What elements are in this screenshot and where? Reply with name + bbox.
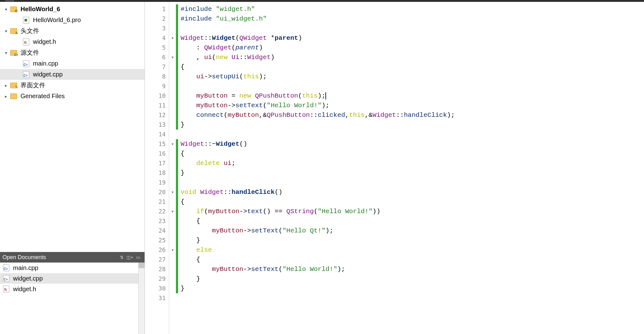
project-tree-item[interactable]: widget.cpp [0,69,145,80]
line-number[interactable]: 20 [145,187,169,197]
line-number[interactable]: 15 [145,139,169,149]
code-line[interactable]: Widget::Widget(QWidget *parent) [181,33,644,43]
line-number[interactable]: 22 [145,207,169,216]
code-line[interactable]: { [181,149,644,158]
sort-icon[interactable]: ⇅ [118,254,126,261]
fold-toggle-icon[interactable]: ▾ [169,53,176,62]
expand-toggle-icon[interactable]: ▸ [2,83,10,88]
code-line[interactable]: myButton->setText("Hello World!"); [181,101,644,110]
project-tree-item[interactable]: main.cpp [0,58,145,69]
line-number[interactable]: 5 [145,43,169,53]
expand-toggle-icon[interactable]: ▸ [2,94,10,99]
project-tree-item[interactable]: ▸界面文件 [0,80,145,91]
code-line[interactable] [181,293,644,303]
code-token: ( [298,92,302,99]
line-number[interactable]: 14 [145,130,169,139]
line-number[interactable]: 10 [145,91,169,101]
fold-toggle-icon[interactable]: ▾ [169,139,176,149]
project-tree-item[interactable]: HelloWorld_6.pro [0,15,145,25]
code-line[interactable]: myButton = new QPushButton(this); [181,91,644,101]
code-line[interactable] [181,81,644,91]
code-token: new [239,92,251,99]
code-line[interactable] [181,24,644,33]
open-documents-list[interactable]: main.cppwidget.cppwidget.h [0,263,145,334]
line-number[interactable]: 6 [145,53,169,62]
fold-column[interactable]: ▾▾▾▾▾▾ [169,2,176,334]
line-number[interactable]: 31 [145,293,169,303]
code-editor[interactable]: 1234567891011121314151617181920212223242… [145,2,644,334]
line-number[interactable]: 25 [145,236,169,245]
code-line[interactable]: if(myButton->text() == QString("Hello Wo… [181,207,644,216]
fold-toggle-icon[interactable]: ▾ [169,207,176,216]
code-line[interactable]: #include "ui_widget.h" [181,14,644,24]
line-number[interactable]: 18 [145,168,169,178]
expand-toggle-icon[interactable]: ▾ [2,50,10,55]
code-area[interactable]: #include "widget.h"#include "ui_widget.h… [178,2,644,334]
open-document-item[interactable]: widget.cpp [0,273,145,284]
line-number-gutter[interactable]: 1234567891011121314151617181920212223242… [145,2,169,334]
project-tree[interactable]: ▾HelloWorld_6HelloWorld_6.pro▾头文件widget.… [0,2,145,252]
line-number[interactable]: 16 [145,149,169,158]
line-number[interactable]: 21 [145,197,169,207]
code-line[interactable]: { [181,216,644,226]
expand-toggle-icon[interactable]: ▾ [2,7,10,12]
code-line[interactable]: } [181,168,644,178]
code-line[interactable] [181,178,644,187]
fold-toggle-icon[interactable]: ▾ [169,33,176,43]
code-line[interactable] [181,130,644,139]
project-tree-item[interactable]: ▾源文件 [0,47,145,58]
fold-toggle-icon[interactable]: ▾ [169,245,176,255]
line-number[interactable]: 2 [145,14,169,24]
line-number[interactable]: 12 [145,110,169,120]
line-number[interactable]: 19 [145,178,169,187]
open-document-item[interactable]: main.cpp [0,263,145,273]
code-token: Widget [216,140,239,148]
code-line[interactable]: } [181,284,644,293]
line-number[interactable]: 29 [145,274,169,284]
project-tree-item[interactable]: widget.h [0,36,145,47]
line-number[interactable]: 27 [145,255,169,264]
close-pane-icon[interactable]: ▭ [134,254,142,261]
code-line[interactable]: ui->setupUi(this); [181,72,644,81]
open-document-item[interactable]: widget.h [0,284,145,294]
line-number[interactable]: 9 [145,81,169,91]
line-number[interactable]: 7 [145,62,169,72]
project-tree-item[interactable]: ▾头文件 [0,25,145,36]
code-line[interactable]: else [181,245,644,255]
code-line[interactable]: } [181,120,644,130]
line-number[interactable]: 8 [145,72,169,81]
expand-toggle-icon[interactable]: ▾ [2,29,10,34]
code-line[interactable]: myButton->setText("Hello World!"); [181,264,644,274]
code-line[interactable]: { [181,197,644,207]
project-tree-item[interactable]: ▾HelloWorld_6 [0,4,145,15]
code-line[interactable]: connect(myButton,&QPushButton::clicked,t… [181,110,644,120]
line-number[interactable]: 26 [145,245,169,255]
line-number[interactable]: 17 [145,158,169,168]
line-number[interactable]: 3 [145,24,169,33]
code-line[interactable]: { [181,255,644,264]
fold-toggle-icon[interactable]: ▾ [169,187,176,197]
line-number[interactable]: 23 [145,216,169,226]
code-line[interactable]: Widget::~Widget() [181,139,644,149]
line-number[interactable]: 1 [145,4,169,14]
code-line[interactable]: : QWidget(parent) [181,43,644,53]
code-line[interactable]: #include "widget.h" [181,4,644,14]
code-line[interactable]: { [181,62,644,72]
code-line[interactable]: } [181,274,644,284]
code-token: :: [396,112,404,119]
code-line[interactable]: , ui(new Ui::Widget) [181,53,644,62]
line-number[interactable]: 13 [145,120,169,130]
project-tree-item[interactable]: ▸Generated Files [0,91,145,102]
line-number[interactable]: 24 [145,226,169,236]
line-number[interactable]: 30 [145,284,169,293]
code-line[interactable]: void Widget::handleClick() [181,187,644,197]
open-docs-scrollbar[interactable] [138,263,145,334]
line-number[interactable]: 4 [145,33,169,43]
fold-toggle-icon [169,120,176,130]
code-line[interactable]: delete ui; [181,158,644,168]
line-number[interactable]: 28 [145,264,169,274]
line-number[interactable]: 11 [145,101,169,110]
split-icon[interactable]: ◫+ [126,254,134,261]
code-line[interactable]: myButton->setText("Hello Qt!"); [181,226,644,236]
code-line[interactable]: } [181,236,644,245]
